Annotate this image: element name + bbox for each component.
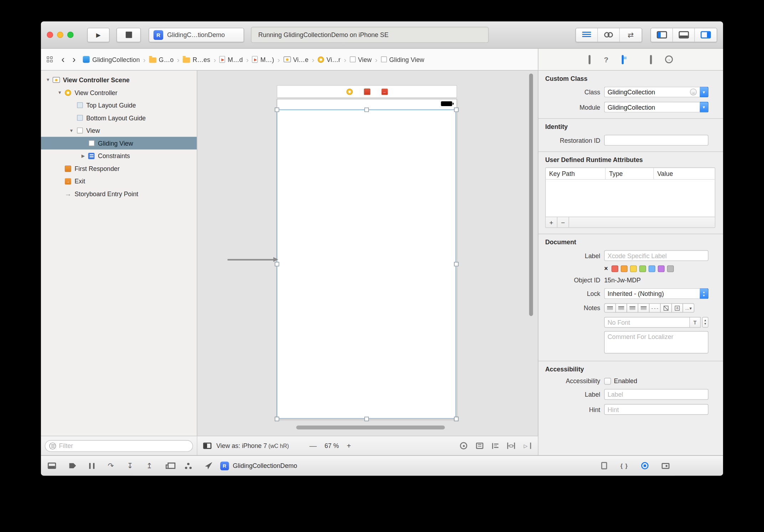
breadcrumb-storyboard[interactable]: M…d (220, 56, 243, 63)
view-controller-icon[interactable] (346, 88, 352, 95)
restoration-id-input[interactable] (608, 137, 705, 144)
canvas-vertical-scrollbar[interactable] (529, 73, 533, 316)
toggle-debug-area-button[interactable] (673, 28, 695, 42)
resolve-auto-layout-icon[interactable]: ▷ (524, 443, 531, 449)
color-swatch-yellow[interactable] (630, 265, 636, 272)
align-icon[interactable] (492, 443, 499, 449)
view-hierarchy-debugger-icon[interactable] (166, 464, 171, 469)
font-input[interactable] (608, 319, 687, 326)
step-into-icon[interactable]: ↧ (127, 462, 133, 470)
outline-row-view-controller-scene[interactable]: ▼ View Controller Scene (41, 73, 197, 86)
color-swatch-green[interactable] (639, 265, 646, 272)
fullscreen-button[interactable] (67, 32, 74, 38)
tab-connections-inspector[interactable]: → (665, 56, 673, 63)
outline-row-constraints[interactable]: ▶ Constraints (41, 150, 197, 162)
canvas-area[interactable]: → (197, 71, 538, 435)
breadcrumb-view[interactable]: View (350, 56, 371, 63)
a11y-label-input[interactable] (608, 391, 705, 398)
disclosure-triangle-icon[interactable]: ▼ (56, 90, 64, 95)
module-input[interactable] (608, 104, 697, 111)
remove-attribute-button[interactable]: − (557, 217, 569, 228)
resize-handle-top-left[interactable] (275, 108, 279, 112)
table-body[interactable] (546, 180, 714, 217)
scene-dock[interactable]: → (277, 85, 457, 98)
outline-row-storyboard-entry-point[interactable]: → Storyboard Entry Point (41, 187, 197, 200)
disclosure-triangle-icon[interactable]: ▶ (79, 153, 87, 158)
scheme-selector[interactable]: R GlidingC…tionDemo (149, 27, 244, 42)
disclosure-triangle-icon[interactable]: ▼ (67, 128, 76, 133)
code-snippet-library-icon[interactable]: { } (620, 462, 628, 469)
no-color-icon[interactable]: × (604, 265, 608, 272)
document-label-input[interactable] (608, 252, 705, 260)
resize-handle-bottom-left[interactable] (275, 417, 279, 421)
version-editor-button[interactable]: ⇄ (620, 28, 642, 42)
font-size-stepper[interactable]: ▲▼ (702, 317, 708, 328)
zoom-out-button[interactable]: — (306, 442, 320, 450)
outline-row-view-controller[interactable]: ▼ View Controller (41, 86, 197, 99)
storyboard-entry-point-arrow[interactable] (228, 259, 274, 260)
debug-process[interactable]: R GlidingCollectionDemo (220, 461, 297, 470)
more-styles-button[interactable]: …▾ (683, 303, 695, 313)
tab-file-inspector[interactable] (589, 56, 590, 63)
breadcrumb-scene[interactable]: Vi…e (283, 56, 309, 63)
zoom-in-button[interactable]: + (344, 442, 354, 450)
canvas-horizontal-scrollbar[interactable] (296, 426, 445, 429)
outline-row-gliding-view[interactable]: Gliding View (41, 137, 197, 150)
module-dropdown-icon[interactable]: ▾ (700, 102, 708, 113)
text-style-button[interactable]: a (671, 303, 683, 313)
media-library-icon[interactable] (662, 463, 670, 469)
related-items-icon[interactable] (47, 57, 52, 62)
outline-row-view[interactable]: ▼ View (41, 124, 197, 137)
color-swatch-blue[interactable] (648, 265, 655, 272)
breadcrumb-resources[interactable]: R…es (183, 56, 210, 63)
color-swatch-purple[interactable] (657, 265, 664, 272)
breadcrumb-project[interactable]: GlidingCollection (83, 56, 140, 63)
breadcrumb-view-controller[interactable]: Vi…r (318, 56, 341, 63)
step-out-icon[interactable]: ↥ (146, 462, 152, 470)
forward-button[interactable]: › (68, 54, 79, 64)
resize-handle-bottom-center[interactable] (365, 417, 369, 421)
localizer-comment-input[interactable] (604, 331, 708, 354)
color-swatch-orange[interactable] (620, 265, 627, 272)
tab-quick-help[interactable]: ? (604, 55, 609, 63)
object-library-icon[interactable] (641, 462, 649, 470)
assistant-editor-button[interactable] (598, 28, 620, 42)
first-responder-icon[interactable] (364, 88, 370, 95)
resize-handle-bottom-right[interactable] (454, 417, 458, 421)
breadcrumb-gliding-view[interactable]: Gliding View (381, 56, 424, 63)
file-template-library-icon[interactable] (602, 462, 607, 470)
add-attribute-button[interactable]: + (546, 217, 557, 228)
no-style-button[interactable] (660, 303, 672, 313)
pause-icon[interactable] (89, 463, 94, 469)
simulate-location-icon[interactable] (205, 462, 212, 470)
align-left-button[interactable] (604, 303, 616, 313)
class-input[interactable] (608, 88, 688, 96)
device-configuration-icon[interactable] (203, 443, 211, 449)
outline-row-bottom-layout-guide[interactable]: Bottom Layout Guide (41, 111, 197, 124)
font-picker-button[interactable]: T (690, 317, 701, 328)
toggle-navigator-button[interactable] (651, 28, 673, 42)
align-right-button[interactable] (626, 303, 638, 313)
color-swatch-red[interactable] (611, 265, 618, 272)
align-justify-button[interactable] (638, 303, 650, 313)
toggle-inspector-button[interactable] (695, 28, 717, 42)
standard-editor-button[interactable] (576, 28, 598, 42)
resize-handle-middle-right[interactable] (454, 262, 458, 266)
outline-row-exit[interactable]: → Exit (41, 175, 197, 188)
pin-icon[interactable] (507, 443, 515, 449)
back-button[interactable]: ‹ (57, 54, 68, 64)
minimize-button[interactable] (57, 32, 63, 38)
filter-input[interactable] (59, 442, 189, 450)
exit-icon[interactable]: → (381, 88, 388, 95)
breakpoints-icon[interactable] (69, 463, 76, 468)
outline-row-top-layout-guide[interactable]: Top Layout Guide (41, 99, 197, 112)
disclosure-triangle-icon[interactable]: ▼ (44, 77, 52, 82)
breadcrumb-group[interactable]: G…o (149, 56, 174, 63)
align-center-button[interactable] (615, 303, 627, 313)
filter-field[interactable] (45, 440, 193, 452)
outline-row-first-responder[interactable]: First Responder (41, 162, 197, 175)
run-button[interactable]: ▶ (87, 27, 110, 42)
zoom-level[interactable]: 67 % (325, 442, 339, 450)
dashes-button[interactable]: - - - (649, 303, 661, 313)
jump-to-class-icon[interactable]: → (690, 89, 697, 95)
